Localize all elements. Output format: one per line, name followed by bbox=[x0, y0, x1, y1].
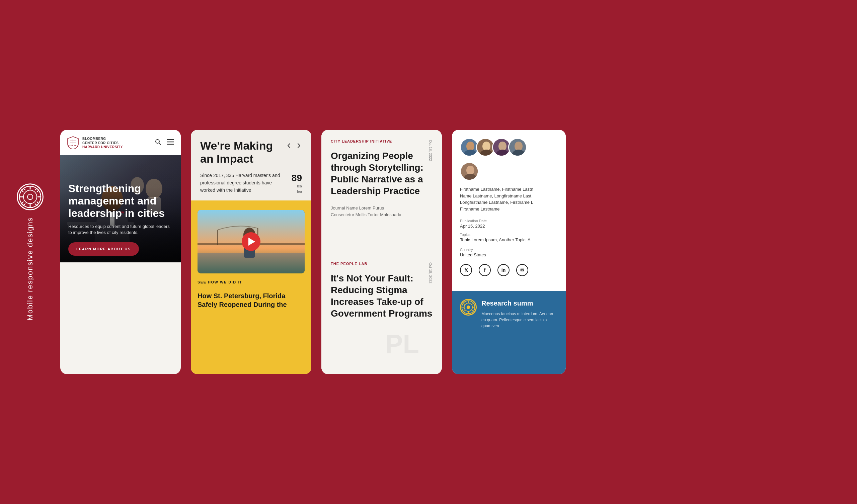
see-how-label: SEE HOW WE DID IT bbox=[198, 280, 242, 284]
play-button[interactable] bbox=[242, 232, 261, 251]
avatars-row bbox=[460, 138, 558, 157]
card4-country: Country United States bbox=[460, 248, 558, 257]
side-label-container: Mobile responsive designs bbox=[17, 183, 44, 320]
avatars-row-2 bbox=[460, 162, 558, 181]
card1-text-overlay: Strengthening management and leadership … bbox=[60, 174, 181, 263]
card3-bottom-article: Oct 18, 2022 THE PEOPLE LAB It's Not You… bbox=[321, 252, 442, 374]
svg-point-52 bbox=[499, 141, 506, 151]
email-button[interactable]: ✉ bbox=[516, 264, 528, 276]
card4-pub-date: Publication Date Apr 15, 2022 bbox=[460, 219, 558, 229]
card2-see-how: SEE HOW WE DID IT bbox=[191, 273, 311, 288]
card3-top-date: Oct 18, 2022 bbox=[428, 140, 433, 161]
card2-header-row: We're Making an Impact bbox=[200, 139, 302, 165]
card3-top-journal: Journal Name Lorem Purus Consectetur Mol… bbox=[331, 205, 433, 218]
svg-point-1 bbox=[23, 190, 37, 203]
facebook-button[interactable]: f bbox=[479, 264, 491, 276]
twitter-button[interactable]: 𝕏 bbox=[460, 264, 472, 276]
card4-names: Firstname Lastname, Firstname Lastn Name… bbox=[460, 186, 558, 212]
card2-stat-col: 89 lea lea bbox=[290, 172, 302, 194]
research-circle-icon bbox=[460, 299, 477, 316]
stat-number: 89 bbox=[291, 173, 302, 183]
card4-blue-text: Research summ Maecenas faucibus m interd… bbox=[482, 299, 558, 329]
country-value: United States bbox=[460, 252, 558, 257]
yellow-triangle bbox=[199, 200, 219, 210]
card1-nav-icons bbox=[155, 138, 174, 147]
card4-topics: Topics Topic Lorem Ipsum, Another Topic,… bbox=[460, 233, 558, 242]
play-triangle-icon bbox=[248, 238, 255, 246]
card-research: Oct 18, 2022 CITY LEADERSHIP INITIATIVE … bbox=[321, 130, 442, 374]
menu-icon[interactable] bbox=[167, 139, 174, 147]
card4-blue-section: Research summ Maecenas faucibus m interd… bbox=[452, 291, 566, 374]
harvard-logo: VE RI TAS BLOOMBERG CENTER FOR CITIES HA… bbox=[67, 136, 123, 149]
card2-nav bbox=[286, 139, 302, 151]
card2-top: We're Making an Impact bbox=[191, 130, 311, 200]
svg-line-20 bbox=[159, 143, 161, 145]
card2-yellow-section: SEE HOW WE DID IT How St. Petersburg, Fl… bbox=[191, 200, 311, 374]
card3-top-category: CITY LEADERSHIP INITIATIVE bbox=[331, 139, 433, 143]
social-icons-row: 𝕏 f in ✉ bbox=[460, 264, 558, 276]
card2-body: Since 2017, 335 Harvard master's and pro… bbox=[200, 172, 302, 194]
topics-label: Topics bbox=[460, 233, 558, 237]
svg-text:PL: PL bbox=[385, 330, 419, 359]
bloomberg-name: BLOOMBERG CENTER FOR CITIES bbox=[82, 136, 123, 145]
card3-bottom-date: Oct 18, 2022 bbox=[428, 263, 433, 284]
svg-point-55 bbox=[515, 141, 523, 151]
card3-top-title: Organizing People through Storytelling: … bbox=[331, 150, 433, 197]
svg-point-46 bbox=[466, 141, 474, 151]
card2-video-thumbnail bbox=[198, 210, 305, 273]
prev-arrow-icon[interactable] bbox=[286, 142, 292, 151]
card4-top: Firstname Lastname, Firstname Lastn Name… bbox=[452, 130, 566, 291]
cards-container: VE RI TAS BLOOMBERG CENTER FOR CITIES HA… bbox=[60, 0, 566, 504]
harvard-text: BLOOMBERG CENTER FOR CITIES HARVARD UNIV… bbox=[82, 136, 123, 149]
stat-line-2: lea bbox=[297, 189, 302, 194]
card2-description: Since 2017, 335 Harvard master's and pro… bbox=[200, 172, 285, 194]
svg-point-62 bbox=[467, 305, 470, 309]
harvard-university-name: HARVARD UNIVERSITY bbox=[82, 145, 123, 149]
card3-watermark: PL bbox=[382, 330, 435, 368]
card2-video-wrapper bbox=[191, 210, 311, 273]
pub-date-value: Apr 15, 2022 bbox=[460, 223, 558, 229]
learn-more-button[interactable]: LEARN MORE ABOUT US bbox=[68, 242, 139, 256]
card1-header: VE RI TAS BLOOMBERG CENTER FOR CITIES HA… bbox=[60, 130, 181, 155]
card4-blue-desc: Maecenas faucibus m interdum. Aenean eu … bbox=[482, 311, 558, 329]
stat-line-1: lea bbox=[297, 184, 302, 188]
svg-point-58 bbox=[466, 166, 474, 175]
card-harvard: VE RI TAS BLOOMBERG CENTER FOR CITIES HA… bbox=[60, 130, 181, 374]
card-people: Firstname Lastname, Firstname Lastn Name… bbox=[452, 130, 566, 374]
linkedin-button[interactable]: in bbox=[498, 264, 509, 276]
side-label-text: Mobile responsive designs bbox=[26, 217, 34, 320]
card1-hero-image: Strengthening management and leadership … bbox=[60, 155, 181, 263]
country-label: Country bbox=[460, 248, 558, 252]
avatar-4 bbox=[508, 138, 527, 157]
gear-icon bbox=[17, 183, 44, 210]
search-icon[interactable] bbox=[155, 138, 161, 147]
card3-bottom-title: It's Not Your Fault: Reducing Stigma Inc… bbox=[331, 272, 433, 319]
svg-point-2 bbox=[28, 194, 33, 200]
card-impact: We're Making an Impact bbox=[191, 130, 311, 374]
pub-date-label: Publication Date bbox=[460, 219, 558, 223]
avatar-5 bbox=[460, 162, 479, 181]
svg-point-49 bbox=[482, 141, 490, 151]
card1-subtext: Resources to equip current and future gl… bbox=[68, 223, 173, 236]
card1-headline: Strengthening management and leadership … bbox=[68, 182, 173, 219]
card4-blue-title: Research summ bbox=[482, 299, 558, 307]
card3-top-article: Oct 18, 2022 CITY LEADERSHIP INITIATIVE … bbox=[321, 130, 442, 252]
harvard-shield-icon: VE RI TAS bbox=[67, 136, 79, 149]
svg-text:VE RI TAS: VE RI TAS bbox=[68, 145, 78, 147]
card3-bottom-category: THE PEOPLE LAB bbox=[331, 262, 433, 266]
card2-title: We're Making an Impact bbox=[200, 139, 286, 165]
next-arrow-icon[interactable] bbox=[296, 142, 302, 151]
topics-value: Topic Lorem Ipsum, Another Topic, A bbox=[460, 237, 558, 242]
page-wrapper: Mobile responsive designs VE RI TAS bbox=[0, 0, 857, 504]
card2-article-title: How St. Petersburg, Florida Safely Reope… bbox=[191, 288, 311, 316]
